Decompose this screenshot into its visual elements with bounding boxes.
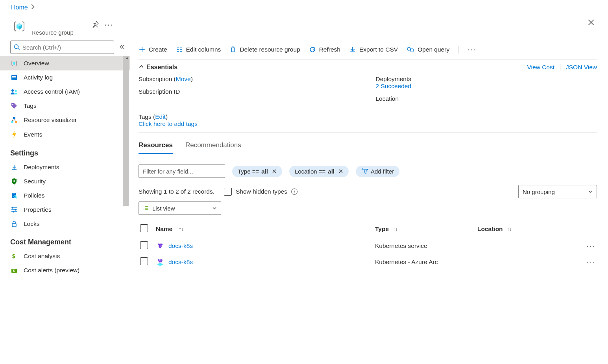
sidebar-item-events[interactable]: Events — [0, 127, 130, 142]
grouping-dropdown[interactable]: No grouping — [518, 185, 597, 198]
visualizer-icon — [10, 116, 18, 124]
toolbar-separator — [458, 46, 458, 54]
view-cost-link[interactable]: View Cost — [527, 64, 555, 71]
svg-rect-9 — [12, 79, 15, 79]
move-link[interactable]: Move — [176, 76, 191, 82]
row-checkbox[interactable] — [140, 257, 148, 265]
svg-point-40 — [159, 261, 160, 262]
svg-rect-7 — [12, 76, 16, 77]
sidebar-item-resource-visualizer[interactable]: Resource visualizer — [0, 113, 130, 127]
policies-icon — [10, 192, 18, 199]
resource-name-link[interactable]: docs-k8s — [168, 242, 193, 249]
filter-pill-type[interactable]: Type == all — [232, 166, 282, 177]
deploy-icon — [10, 164, 18, 171]
search-input[interactable] — [22, 44, 111, 51]
edit-columns-button[interactable]: Edit columns — [176, 46, 221, 53]
sort-icon: ↑↓ — [179, 226, 183, 232]
open-query-button[interactable]: Open query — [407, 46, 449, 53]
add-filter-icon — [361, 168, 368, 174]
essentials-grid: Subscription (Move) Subscription ID Depl… — [139, 73, 597, 106]
more-commands-button[interactable]: ··· — [102, 18, 116, 31]
essentials-title: Essentials — [146, 64, 177, 71]
column-header-type[interactable]: Type ↑↓ — [375, 225, 477, 233]
add-filter-button[interactable]: Add filter — [356, 166, 399, 177]
svg-point-16 — [13, 180, 15, 182]
refresh-icon — [309, 46, 316, 53]
sidebar-search[interactable] — [10, 41, 114, 54]
deployments-value[interactable]: 2 Succeeded — [376, 83, 412, 89]
svg-point-35 — [160, 245, 162, 247]
row-checkbox[interactable] — [140, 241, 148, 249]
svg-point-23 — [13, 211, 14, 212]
sidebar-item-overview[interactable]: Overview — [0, 56, 130, 70]
cost-management-header: Cost Management — [0, 231, 122, 249]
sidebar-item-tags[interactable]: Tags — [0, 99, 130, 113]
create-label: Create — [149, 46, 167, 53]
sidebar-item-label: Resource visualizer — [24, 116, 77, 124]
svg-point-28 — [407, 47, 410, 50]
delete-resource-group-button[interactable]: Delete resource group — [229, 46, 300, 53]
tabs: Resources Recommendations — [139, 133, 597, 154]
open-query-label: Open query — [418, 46, 449, 53]
sidebar-scrollbar[interactable]: ▲ — [123, 56, 130, 206]
show-hidden-checkbox[interactable] — [224, 188, 232, 196]
sidebar-item-deployments[interactable]: Deployments — [0, 160, 130, 174]
costanalysis-icon: $ — [10, 253, 18, 260]
tab-resources[interactable]: Resources — [139, 141, 173, 154]
close-button[interactable] — [585, 17, 597, 30]
info-icon[interactable]: i — [291, 188, 298, 195]
tab-recommendations[interactable]: Recommendations — [185, 141, 241, 154]
sidebar-item-policies[interactable]: Policies — [0, 188, 130, 203]
svg-line-4 — [18, 48, 20, 50]
json-view-link[interactable]: JSON View — [566, 64, 597, 71]
refresh-label: Refresh — [319, 46, 340, 53]
remove-location-filter-icon[interactable] — [338, 168, 343, 175]
svg-point-12 — [12, 104, 13, 105]
sidebar-item-access-control-iam-[interactable]: Access control (IAM) — [0, 85, 130, 99]
chevron-down-icon — [212, 206, 217, 211]
resource-type: Kubernetes - Azure Arc — [375, 259, 477, 266]
subscription-label: Subscription (Move) — [139, 76, 360, 83]
sidebar-item-cost-analysis[interactable]: $Cost analysis — [0, 249, 130, 263]
chevron-up-icon[interactable] — [139, 64, 144, 71]
pin-button[interactable] — [89, 18, 102, 32]
add-tags-link[interactable]: Click here to add tags — [139, 120, 198, 127]
sidebar-item-security[interactable]: Security — [0, 174, 130, 188]
svg-rect-15 — [15, 121, 17, 123]
svg-text:$: $ — [12, 253, 15, 259]
remove-type-filter-icon[interactable] — [272, 168, 277, 175]
select-all-checkbox[interactable] — [140, 224, 148, 232]
column-header-name[interactable]: Name ↑↓ — [156, 225, 375, 233]
filter-input[interactable] — [139, 164, 225, 178]
query-icon — [407, 46, 414, 53]
create-button[interactable]: Create — [139, 46, 167, 53]
sidebar-item-properties[interactable]: Properties — [0, 203, 130, 217]
page-subtitle: Resource group — [31, 29, 74, 36]
sidebar-item-label: Overview — [24, 60, 49, 67]
svg-rect-14 — [11, 121, 13, 123]
location-label: Location — [376, 95, 597, 102]
row-more-button[interactable]: ··· — [580, 258, 595, 267]
sidebar-item-label: Policies — [24, 192, 44, 199]
sidebar-item-locks[interactable]: Locks — [0, 217, 130, 231]
records-count: Showing 1 to 2 of 2 records. — [139, 188, 214, 195]
sidebar-item-activity-log[interactable]: Activity log — [0, 70, 130, 85]
export-csv-button[interactable]: Export to CSV — [349, 46, 398, 53]
sidebar-item-cost-alerts-preview-[interactable]: $Cost alerts (preview) — [0, 263, 130, 277]
filter-pill-location[interactable]: Location == all — [289, 166, 349, 177]
resource-icon — [156, 242, 164, 250]
resource-name-link[interactable]: docs-k8s — [168, 259, 193, 266]
separator — [560, 64, 560, 71]
svg-rect-24 — [12, 224, 16, 227]
row-more-button[interactable]: ··· — [580, 242, 595, 251]
view-mode-dropdown[interactable]: List view — [139, 201, 221, 215]
toolbar-more-button[interactable]: ··· — [467, 45, 477, 54]
sidebar-item-label: Cost analysis — [24, 253, 60, 260]
breadcrumb-home[interactable]: Home — [11, 4, 28, 11]
edit-tags-link[interactable]: Edit — [155, 113, 166, 120]
refresh-button[interactable]: Refresh — [309, 46, 340, 53]
sidebar-item-label: Locks — [24, 220, 40, 227]
column-header-location[interactable]: Location ↑↓ — [477, 225, 580, 233]
table-row: docs-k8sKubernetes service··· — [139, 238, 597, 254]
collapse-sidebar-button[interactable] — [117, 42, 126, 52]
